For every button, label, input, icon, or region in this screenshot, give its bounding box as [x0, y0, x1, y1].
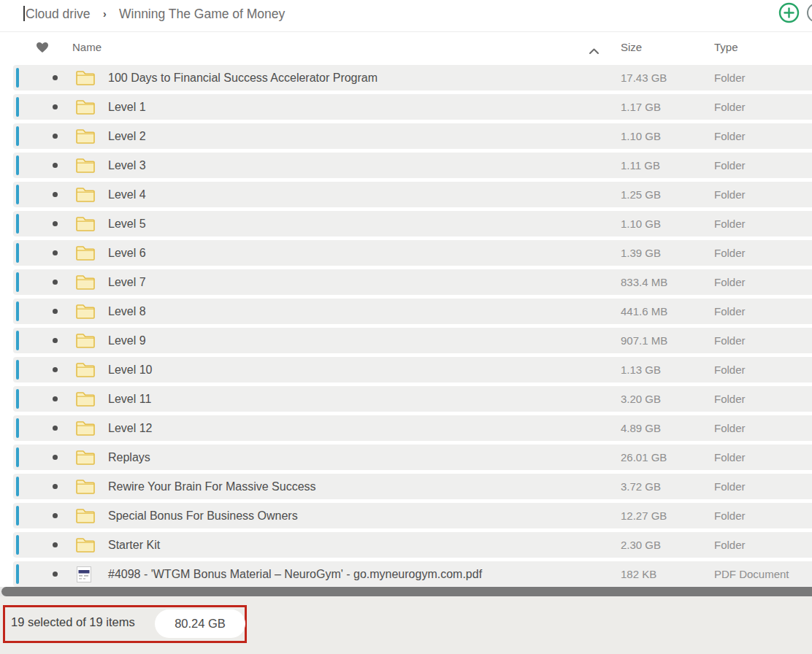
selection-indicator-bar: [16, 97, 19, 117]
file-name[interactable]: Level 8: [108, 299, 146, 324]
horizontal-scrollbar-thumb[interactable]: [1, 587, 812, 596]
file-name[interactable]: 100 Days to Financial Success Accelerato…: [108, 65, 378, 91]
folder-icon: [75, 449, 96, 466]
file-row[interactable]: Level 1 1.17 GB Folder: [13, 94, 812, 120]
folder-icon: [75, 507, 96, 524]
item-bullet-icon[interactable]: [53, 221, 58, 226]
folder-icon: [75, 69, 96, 86]
breadcrumb-root[interactable]: Cloud drive: [26, 7, 91, 22]
item-bullet-icon[interactable]: [53, 250, 58, 255]
item-bullet-icon[interactable]: [53, 426, 58, 431]
file-size: 1.25 GB: [621, 182, 661, 207]
chevron-right-icon: ›: [103, 8, 107, 20]
file-name[interactable]: Level 12: [108, 415, 153, 441]
item-bullet-icon[interactable]: [53, 513, 58, 518]
file-size: 1.10 GB: [621, 211, 661, 236]
file-name[interactable]: Level 1: [108, 94, 146, 120]
sort-ascending-icon[interactable]: [589, 45, 600, 58]
item-bullet-icon[interactable]: [53, 280, 58, 285]
file-name[interactable]: Level 9: [108, 328, 146, 353]
file-name[interactable]: Level 10: [108, 357, 153, 382]
file-type: Folder: [714, 153, 746, 178]
item-bullet-icon[interactable]: [53, 484, 58, 489]
file-type: Folder: [714, 123, 746, 149]
file-row[interactable]: Rewire Your Brain For Massive Success 3.…: [13, 474, 812, 499]
file-row[interactable]: Level 4 1.25 GB Folder: [13, 182, 812, 207]
column-header-type[interactable]: Type: [714, 41, 738, 53]
item-bullet-icon[interactable]: [53, 192, 58, 197]
file-name[interactable]: Level 3: [108, 153, 146, 178]
folder-icon: [75, 186, 96, 203]
file-row[interactable]: #4098 - 'WTGM Bonus Material – NeuroGym'…: [13, 561, 812, 587]
file-row[interactable]: Special Bonus For Business Owners 12.27 …: [13, 503, 812, 528]
file-row[interactable]: Starter Kit 2.30 GB Folder: [13, 532, 812, 558]
file-type: Folder: [714, 240, 746, 266]
item-bullet-icon[interactable]: [53, 338, 58, 343]
file-row[interactable]: Level 12 4.89 GB Folder: [13, 415, 812, 441]
file-size: 1.11 GB: [621, 153, 660, 178]
file-type: Folder: [714, 532, 746, 558]
file-name[interactable]: Level 11: [108, 386, 151, 412]
file-size: 907.1 MB: [621, 328, 667, 353]
file-name[interactable]: Level 4: [108, 182, 146, 207]
file-type: Folder: [714, 211, 746, 236]
file-name[interactable]: Level 7: [108, 269, 146, 295]
file-row[interactable]: Level 3 1.11 GB Folder: [13, 153, 812, 178]
file-name[interactable]: Level 5: [108, 211, 146, 236]
item-bullet-icon[interactable]: [53, 572, 58, 577]
file-row[interactable]: Level 11 3.20 GB Folder: [13, 386, 812, 412]
selection-indicator-bar: [16, 506, 19, 526]
file-row[interactable]: Level 7 833.4 MB Folder: [13, 269, 812, 295]
item-bullet-icon[interactable]: [53, 455, 58, 460]
file-type: Folder: [714, 357, 746, 382]
clipped-toolbar-icon[interactable]: [807, 3, 812, 23]
file-name[interactable]: Special Bonus For Business Owners: [108, 503, 298, 528]
item-type-icon: [75, 245, 96, 261]
add-new-button[interactable]: [778, 2, 800, 23]
item-bullet-icon[interactable]: [53, 104, 58, 109]
item-bullet-icon[interactable]: [53, 542, 58, 547]
file-size: 182 KB: [621, 561, 656, 587]
file-name[interactable]: Starter Kit: [108, 532, 160, 558]
file-name[interactable]: Replays: [108, 445, 150, 470]
selection-indicator-bar: [16, 214, 19, 234]
file-row[interactable]: Level 5 1.10 GB Folder: [13, 211, 812, 236]
selection-indicator-bar: [16, 447, 19, 467]
selection-indicator-bar: [16, 418, 19, 438]
selection-indicator-bar: [16, 272, 19, 292]
file-name[interactable]: Level 2: [108, 123, 146, 149]
file-row[interactable]: Replays 26.01 GB Folder: [13, 445, 812, 470]
file-size: 2.30 GB: [621, 532, 661, 558]
item-bullet-icon[interactable]: [53, 367, 58, 372]
folder-icon: [75, 536, 96, 553]
folder-icon: [75, 478, 96, 495]
item-bullet-icon[interactable]: [53, 134, 58, 139]
file-row[interactable]: Level 2 1.10 GB Folder: [13, 123, 812, 149]
file-row[interactable]: Level 9 907.1 MB Folder: [13, 328, 812, 353]
file-row[interactable]: Level 10 1.13 GB Folder: [13, 357, 812, 382]
item-bullet-icon[interactable]: [53, 309, 58, 314]
file-name[interactable]: #4098 - 'WTGM Bonus Material – NeuroGym'…: [108, 561, 482, 587]
selection-indicator-bar: [16, 185, 19, 204]
item-bullet-icon[interactable]: [53, 396, 58, 401]
item-type-icon: [75, 566, 96, 582]
file-size: 1.13 GB: [621, 357, 661, 382]
file-size: 833.4 MB: [621, 269, 667, 295]
plus-circle-icon: [778, 15, 800, 26]
folder-icon: [75, 157, 96, 174]
file-name[interactable]: Rewire Your Brain For Massive Success: [108, 474, 316, 499]
item-bullet-icon[interactable]: [53, 163, 58, 168]
horizontal-scrollbar: [0, 587, 812, 596]
column-header-name[interactable]: Name: [72, 41, 102, 53]
file-row[interactable]: Level 6 1.39 GB Folder: [13, 240, 812, 266]
file-name[interactable]: Level 6: [108, 240, 146, 266]
item-bullet-icon[interactable]: [53, 75, 58, 80]
file-size: 441.6 MB: [621, 299, 667, 324]
breadcrumb-current: Winning The Game of Money: [119, 7, 285, 22]
column-header-size[interactable]: Size: [621, 41, 642, 53]
folder-icon: [75, 361, 96, 378]
file-row[interactable]: 100 Days to Financial Success Accelerato…: [13, 65, 812, 91]
favorite-heart-icon[interactable]: [36, 42, 49, 56]
total-size-badge: 80.24 GB: [155, 609, 245, 638]
file-row[interactable]: Level 8 441.6 MB Folder: [13, 299, 812, 324]
